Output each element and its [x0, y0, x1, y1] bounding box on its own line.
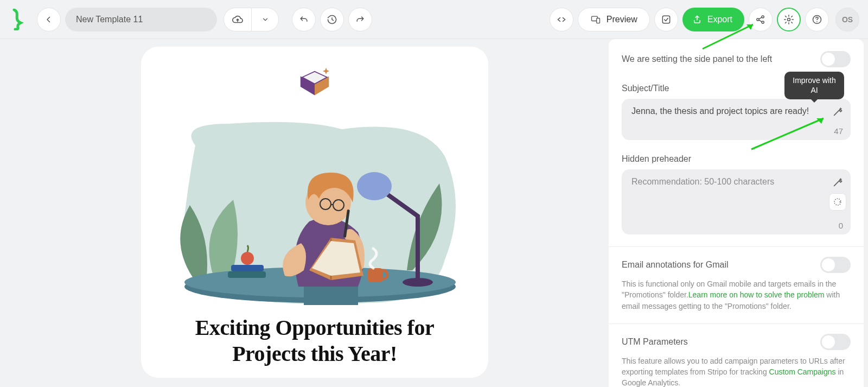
svg-rect-13 — [368, 268, 383, 282]
side-panel-left-row: We are setting the side panel to the lef… — [622, 51, 851, 67]
divider — [609, 323, 864, 324]
wand-icon — [832, 176, 844, 188]
subject-ai-button[interactable] — [832, 105, 844, 117]
side-panel-left-toggle[interactable] — [820, 51, 851, 67]
preheader-ai-button[interactable] — [832, 176, 844, 188]
email-canvas[interactable]: Exciting Opportunities for Projects this… — [141, 47, 488, 378]
cloud-save-button[interactable] — [224, 8, 251, 31]
utm-help: This feature allows you to add campaign … — [622, 356, 851, 387]
gmail-annotations-row: Email annotations for Gmail — [622, 257, 851, 273]
canvas-heading: Exciting Opportunities for Projects this… — [163, 315, 467, 367]
svg-rect-1 — [597, 18, 600, 23]
svg-point-11 — [357, 172, 392, 200]
template-name-input[interactable]: New Template 11 — [65, 8, 217, 31]
code-view-button[interactable] — [550, 8, 573, 31]
side-panel-left-label: We are setting the side panel to the lef… — [622, 54, 772, 64]
share-button[interactable] — [749, 8, 773, 31]
template-name-text: New Template 11 — [76, 15, 143, 24]
preheader-count: 0 — [839, 221, 843, 230]
svg-point-16 — [241, 252, 254, 265]
preheader-input-card: Recommendation: 50-100 characters 0 — [622, 169, 851, 234]
subject-count: 47 — [834, 126, 843, 136]
wand-icon — [832, 105, 844, 117]
preheader-input[interactable]: Recommendation: 50-100 characters — [631, 177, 825, 187]
gmail-annotations-help: This is functional only on Gmail mobile … — [622, 278, 851, 312]
svg-rect-2 — [662, 16, 669, 23]
preview-button[interactable]: Preview — [578, 8, 650, 31]
preview-label: Preview — [607, 15, 637, 24]
svg-rect-14 — [228, 271, 266, 278]
back-button[interactable] — [37, 8, 61, 31]
export-button[interactable]: Export — [682, 8, 744, 31]
save-dropdown-button[interactable] — [251, 8, 278, 31]
spinner-icon — [833, 197, 843, 207]
divider — [609, 246, 864, 247]
utm-label: UTM Parameters — [622, 337, 688, 347]
subject-input-card: Jenna, the thesis and project topics are… — [622, 99, 851, 140]
svg-point-8 — [816, 21, 818, 22]
help-button[interactable] — [805, 8, 829, 31]
save-group — [224, 8, 279, 31]
subject-input[interactable]: Jenna, the thesis and project topics are… — [631, 106, 825, 116]
svg-point-12 — [403, 278, 433, 287]
gmail-annotations-label: Email annotations for Gmail — [622, 260, 729, 270]
utm-row: UTM Parameters — [622, 334, 851, 350]
panel-pointer — [746, 39, 762, 47]
svg-point-6 — [788, 18, 790, 21]
canvas-brand-logo — [290, 63, 339, 101]
history-button[interactable] — [320, 8, 344, 31]
app-logo — [9, 9, 26, 30]
ai-tooltip-text: Improve with AI — [793, 76, 835, 94]
top-toolbar: New Template 11 Preview Export — [0, 0, 868, 39]
ai-tooltip: Improve with AI — [784, 72, 844, 99]
undo-button[interactable] — [292, 8, 316, 31]
settings-button[interactable] — [777, 8, 801, 31]
export-icon — [692, 15, 702, 24]
utm-toggle[interactable] — [820, 334, 851, 350]
utm-help-link[interactable]: Custom Campaigns — [769, 367, 836, 376]
devices-icon — [590, 14, 601, 25]
avatar-initials-text: OS — [842, 15, 853, 24]
user-avatar[interactable]: OS — [835, 8, 859, 31]
svg-rect-15 — [231, 265, 264, 271]
checklist-button[interactable] — [654, 8, 678, 31]
preheader-loading-indicator[interactable] — [829, 193, 846, 211]
preheader-label: Hidden preheader — [622, 154, 851, 164]
gear-icon — [783, 14, 794, 25]
redo-button[interactable] — [348, 8, 372, 31]
gmail-help-link[interactable]: Learn more on how to solve the problem — [688, 290, 825, 299]
export-label: Export — [707, 15, 732, 24]
hero-illustration — [163, 107, 467, 305]
gmail-annotations-toggle[interactable] — [820, 257, 851, 273]
